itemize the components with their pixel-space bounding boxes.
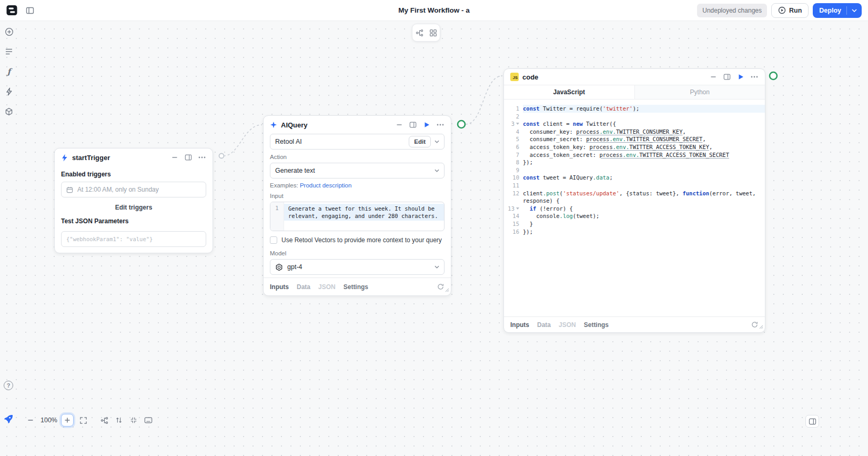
code-line[interactable]: 6 access_token_key: process.env.TWITTER_… (504, 143, 765, 151)
onboarding-rocket-icon[interactable] (3, 414, 14, 427)
code-line-text[interactable]: }); (523, 228, 765, 236)
schedule-trigger-field[interactable]: At 12:00 AM, only on Sunday (61, 182, 206, 197)
prompt-editor[interactable]: 1 Generate a tweet for this week. It sho… (270, 202, 445, 231)
zoom-level[interactable]: 100% (40, 417, 58, 424)
help-button[interactable]: ? (4, 381, 13, 390)
code-line-text[interactable]: consumer_key: process.env.TWITTER_CONSUM… (523, 128, 765, 136)
functions-icon[interactable]: ƒ (3, 65, 15, 78)
tab-javascript[interactable]: JavaScript (504, 85, 634, 99)
vectors-checkbox[interactable] (270, 236, 277, 244)
resize-grip-icon[interactable] (445, 285, 449, 294)
code-line-text[interactable]: access_token_key: process.env.TWITTER_AC… (523, 143, 765, 151)
run-history-icon[interactable] (3, 45, 15, 58)
expand-blocks-icon[interactable] (113, 414, 125, 427)
minimize-icon[interactable] (709, 73, 718, 81)
footer-tab-data[interactable]: Data (537, 321, 551, 329)
collapse-blocks-icon[interactable] (127, 414, 140, 427)
code-line[interactable]: 8}); (504, 158, 765, 166)
footer-tab-json[interactable]: JSON (559, 321, 576, 329)
tab-python[interactable]: Python (634, 85, 765, 99)
test-json-input[interactable] (61, 231, 206, 247)
code-line[interactable]: 11 (504, 182, 765, 190)
keyboard-shortcuts-icon[interactable] (142, 414, 155, 427)
code-line[interactable]: 14 console.log(tweet); (504, 212, 765, 220)
code-line-text[interactable]: console.log(tweet); (523, 212, 765, 220)
code-line[interactable]: 2 (504, 113, 765, 121)
node-aiquery[interactable]: AIQuery Retool AI Edit (263, 115, 451, 296)
model-select[interactable]: gpt-4 (270, 259, 445, 275)
code-line[interactable]: 5 consumer_secret: process.env.TWITTER_C… (504, 135, 765, 143)
triggers-icon[interactable] (3, 85, 15, 98)
auto-layout-icon[interactable] (415, 28, 423, 37)
add-block-icon[interactable] (3, 25, 15, 38)
code-line[interactable]: 1const Twitter = require('twitter'); (504, 105, 765, 113)
code-line[interactable]: 15 } (504, 220, 765, 228)
node-code[interactable]: JS code JavaScriptPython 1const Twitter … (503, 68, 765, 333)
refresh-icon[interactable] (436, 283, 445, 291)
zoom-out-icon[interactable] (24, 414, 37, 427)
resize-grip-icon[interactable] (759, 322, 763, 331)
code-line[interactable]: 3const client = new Twitter({ (504, 120, 765, 128)
fold-toggle-icon[interactable] (516, 123, 519, 125)
vectors-checkbox-row[interactable]: Use Retool Vectors to provide more conte… (270, 236, 445, 244)
examples-link[interactable]: Product description (300, 182, 351, 189)
code-line-text[interactable]: const tweet = AIQuery.data; (523, 174, 765, 182)
auto-arrange-icon[interactable] (98, 414, 110, 427)
aiquery-output-connector[interactable] (458, 121, 465, 128)
code-line-text[interactable] (523, 113, 765, 121)
code-line-text[interactable]: const Twitter = require('twitter'); (523, 105, 765, 113)
footer-tab-settings[interactable]: Settings (344, 283, 368, 291)
footer-tab-inputs[interactable]: Inputs (270, 283, 289, 291)
edit-triggers-button[interactable]: Edit triggers (61, 204, 206, 211)
workflow-canvas[interactable]: ƒ ? startTrigger (0, 21, 868, 456)
code-line[interactable]: 13 if (!error) { (504, 205, 765, 213)
footer-tab-json[interactable]: JSON (318, 283, 336, 291)
retool-logo[interactable] (6, 5, 17, 16)
run-button[interactable]: Run (771, 3, 809, 18)
node-starttrigger[interactable]: startTrigger Enabled triggers At 12:00 (54, 148, 213, 253)
code-line-text[interactable]: consumer_secret: process.env.TWITTER_CON… (523, 135, 765, 143)
code-line-text[interactable]: const client = new Twitter({ (523, 120, 765, 128)
code-line-text[interactable] (523, 182, 765, 190)
code-editor[interactable]: 1const Twitter = require('twitter');2 3c… (504, 100, 765, 316)
resources-icon[interactable] (3, 105, 15, 118)
debug-panel-toggle[interactable] (805, 415, 819, 428)
minimap-icon[interactable] (429, 28, 437, 37)
run-block-icon[interactable] (736, 73, 745, 81)
code-line-text[interactable]: }); (523, 158, 765, 166)
code-line[interactable]: 16}); (504, 228, 765, 236)
code-line[interactable]: 12client.post('statuses/update', {status… (504, 190, 765, 205)
code-line[interactable]: 7 access_token_secret: process.env.TWITT… (504, 151, 765, 159)
code-line-text[interactable]: if (!error) { (523, 205, 765, 213)
code-line-text[interactable] (523, 166, 765, 174)
more-options-icon[interactable] (198, 153, 206, 162)
footer-tab-data[interactable]: Data (297, 283, 310, 291)
prompt-text[interactable]: Generate a tweet for this week. It shoul… (284, 204, 444, 221)
run-block-icon[interactable] (422, 121, 431, 129)
action-select[interactable]: Generate text (270, 163, 445, 179)
footer-tab-inputs[interactable]: Inputs (510, 321, 529, 329)
deploy-button[interactable]: Deploy (813, 3, 862, 18)
code-output-connector[interactable] (770, 72, 777, 80)
code-line-text[interactable]: access_token_secret: process.env.TWITTER… (523, 151, 765, 159)
starttrigger-output-connector[interactable] (219, 154, 224, 158)
more-options-icon[interactable] (750, 73, 759, 81)
more-options-icon[interactable] (436, 121, 445, 129)
resource-select[interactable]: Retool AI Edit (270, 134, 445, 150)
open-panel-icon[interactable] (184, 153, 193, 162)
code-line-text[interactable]: } (523, 220, 765, 228)
edit-resource-button[interactable]: Edit (409, 136, 431, 147)
zoom-in-icon[interactable] (61, 414, 74, 427)
fit-to-screen-icon[interactable] (77, 414, 89, 427)
minimize-icon[interactable] (170, 153, 179, 162)
open-panel-icon[interactable] (723, 73, 731, 81)
code-line-text[interactable]: client.post('statuses/update', {status: … (523, 190, 765, 205)
deploy-chevron-down-icon[interactable] (847, 9, 862, 12)
code-line[interactable]: 9 (504, 166, 765, 174)
fold-toggle-icon[interactable] (516, 207, 519, 210)
open-panel-icon[interactable] (409, 121, 417, 129)
refresh-icon[interactable] (750, 321, 759, 329)
code-line[interactable]: 4 consumer_key: process.env.TWITTER_CONS… (504, 128, 765, 136)
left-panel-toggle-icon[interactable] (26, 6, 34, 15)
footer-tab-settings[interactable]: Settings (584, 321, 609, 329)
